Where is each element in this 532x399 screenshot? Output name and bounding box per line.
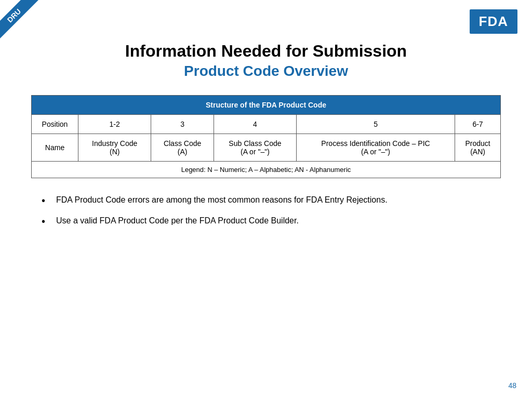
process-id-code-cell: Process Identification Code – PIC(A or "… xyxy=(297,134,455,162)
title-section: Information Needed for Submission Produc… xyxy=(31,42,501,79)
list-item: • Use a valid FDA Product Code per the F… xyxy=(42,215,501,228)
class-code-cell: Class Code(A) xyxy=(151,134,214,162)
name-label: Name xyxy=(32,134,78,162)
legend-row: Legend: N – Numeric; A – Alphabetic; AN … xyxy=(32,162,501,178)
dru-ribbon: DRU xyxy=(0,0,47,47)
list-item: • FDA Product Code errors are among the … xyxy=(42,194,501,207)
position-12: 1-2 xyxy=(78,115,151,134)
bullet-dot: • xyxy=(42,194,52,207)
position-label: Position xyxy=(32,115,78,134)
table-header-row: Structure of the FDA Product Code xyxy=(32,96,501,115)
bullet-text-1: FDA Product Code errors are among the mo… xyxy=(56,194,501,206)
bullet-dot: • xyxy=(42,215,52,228)
fda-logo: FDA xyxy=(470,9,517,34)
page-title-main: Information Needed for Submission xyxy=(31,42,501,61)
product-cell: Product(AN) xyxy=(455,134,501,162)
position-3: 3 xyxy=(151,115,214,134)
legend-cell: Legend: N – Numeric; A – Alphabetic; AN … xyxy=(32,162,501,178)
table-row: Position 1-2 3 4 5 6-7 xyxy=(32,115,501,134)
dru-ribbon-label: DRU xyxy=(0,0,38,40)
product-code-table: Structure of the FDA Product Code Positi… xyxy=(31,95,501,178)
sub-class-code-cell: Sub Class Code(A or "–") xyxy=(214,134,296,162)
bullet-text-2: Use a valid FDA Product Code per the FDA… xyxy=(56,215,501,227)
industry-code-cell: Industry Code(N) xyxy=(78,134,151,162)
position-4: 4 xyxy=(214,115,296,134)
bullet-section: • FDA Product Code errors are among the … xyxy=(31,194,501,228)
page-number: 48 xyxy=(508,381,516,390)
main-content: Information Needed for Submission Produc… xyxy=(0,0,532,246)
table-header-cell: Structure of the FDA Product Code xyxy=(32,96,501,115)
position-67: 6-7 xyxy=(455,115,501,134)
position-5: 5 xyxy=(297,115,455,134)
page-title-sub: Product Code Overview xyxy=(31,63,501,79)
table-row: Name Industry Code(N) Class Code(A) Sub … xyxy=(32,134,501,162)
